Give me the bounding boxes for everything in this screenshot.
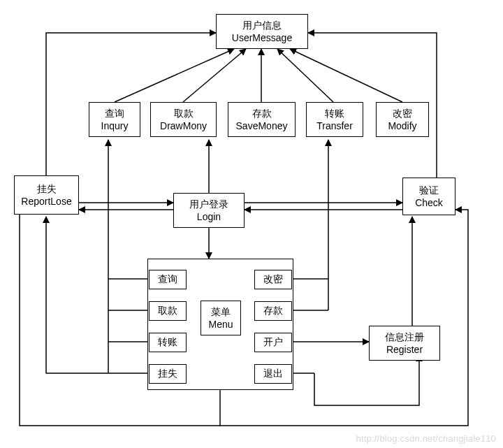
box-inquiry: 查询 Inqury [89, 102, 140, 137]
label: Inqury [94, 120, 136, 132]
label: 用户信息 [221, 19, 303, 31]
label: 取款 [158, 305, 177, 317]
label: Modify [381, 120, 424, 132]
label: 信息注册 [374, 331, 435, 343]
menu-item-exit: 退出 [254, 364, 292, 384]
box-transfer: 转账 Transfer [306, 102, 363, 137]
label: 存款 [263, 305, 283, 317]
label: 退出 [263, 368, 283, 380]
box-drawmoney: 取款 DrawMony [150, 102, 217, 137]
menu-item-transfer: 转账 [149, 333, 187, 352]
label: Register [374, 343, 435, 356]
menu-item-modify: 改密 [254, 270, 292, 289]
svg-line-4 [290, 49, 402, 102]
label: 转账 [158, 336, 177, 349]
label: Menu [201, 318, 240, 331]
svg-line-0 [115, 49, 234, 102]
label: 改密 [381, 107, 424, 120]
label: SaveMoney [233, 120, 291, 132]
label: 改密 [263, 273, 283, 286]
label: 取款 [155, 107, 212, 120]
menu-item-openacct: 开户 [254, 333, 292, 352]
box-menu-center: 菜单 Menu [201, 301, 241, 335]
label: 存款 [233, 107, 291, 120]
label: UserMessage [221, 31, 303, 44]
label: 菜单 [201, 305, 240, 318]
label: 查询 [158, 273, 177, 286]
label: Check [407, 196, 451, 209]
label: 挂失 [158, 368, 177, 380]
svg-line-1 [183, 49, 246, 102]
box-login: 用户登录 Login [173, 193, 245, 228]
label: 验证 [407, 184, 451, 196]
menu-item-query: 查询 [149, 270, 187, 289]
svg-line-3 [277, 49, 333, 102]
label: 开户 [263, 336, 283, 349]
menu-item-reportlose: 挂失 [149, 364, 187, 384]
diagram-canvas: 用户信息 UserMessage 查询 Inqury 取款 DrawMony 存… [0, 0, 503, 448]
watermark: http://blog.csdn.net/changjiale110 [356, 433, 497, 444]
label: 挂失 [19, 182, 74, 195]
box-savemoney: 存款 SaveMoney [228, 102, 296, 137]
menu-item-deposit: 存款 [254, 301, 292, 321]
label: Transfer [311, 120, 358, 132]
label: 转账 [311, 107, 358, 120]
menu-item-withdraw: 取款 [149, 301, 187, 321]
label: 用户登录 [178, 198, 240, 210]
box-user-message: 用户信息 UserMessage [216, 14, 308, 49]
label: DrawMony [155, 120, 212, 132]
label: ReportLose [19, 195, 74, 208]
box-report-lose: 挂失 ReportLose [14, 175, 79, 215]
box-check: 验证 Check [402, 178, 455, 215]
label: Login [178, 210, 240, 223]
box-register: 信息注册 Register [369, 326, 440, 361]
label: 查询 [94, 107, 136, 120]
box-modify: 改密 Modify [376, 102, 429, 137]
